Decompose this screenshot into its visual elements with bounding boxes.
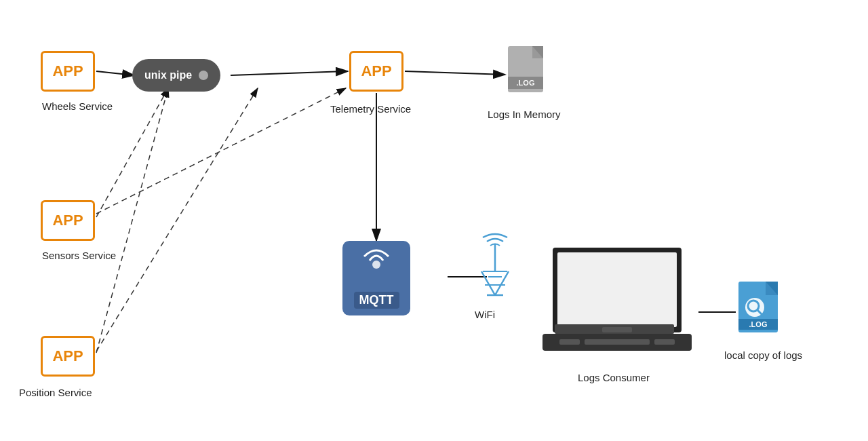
svg-text:.LOG: .LOG	[517, 79, 535, 87]
mqtt-box: MQTT	[342, 241, 410, 315]
svg-line-18	[481, 271, 495, 295]
sensors-service-label: Sensors Service	[42, 250, 116, 261]
svg-line-9	[96, 88, 258, 351]
svg-line-2	[96, 71, 134, 75]
app-wheels: APP	[41, 51, 95, 92]
svg-rect-31	[654, 339, 675, 345]
svg-line-4	[405, 71, 505, 75]
svg-line-3	[231, 71, 348, 75]
svg-line-19	[495, 271, 509, 295]
app-position: APP	[41, 336, 95, 377]
svg-rect-32	[602, 327, 632, 332]
logs-in-memory-label: Logs In Memory	[488, 109, 561, 120]
unix-pipe-label: unix pipe	[144, 69, 192, 81]
laptop	[542, 244, 698, 359]
app-sensors-label: APP	[52, 212, 83, 229]
wheels-service-label: Wheels Service	[42, 100, 113, 112]
app-sensors: APP	[41, 200, 95, 241]
local-copy-label: local copy of logs	[724, 349, 802, 361]
svg-line-8	[96, 88, 346, 214]
app-wheels-label: APP	[52, 62, 83, 80]
app-position-label: APP	[52, 347, 83, 365]
unix-pipe: unix pipe	[132, 59, 220, 92]
logs-consumer-label: Logs Consumer	[578, 372, 650, 383]
mqtt-label: MQTT	[354, 292, 399, 309]
svg-line-7	[96, 88, 168, 353]
telemetry-service-label: Telemetry Service	[330, 103, 411, 115]
svg-rect-26	[557, 252, 677, 327]
svg-text:.LOG: .LOG	[749, 320, 768, 328]
log-icon-memory: .LOG	[505, 46, 553, 102]
svg-rect-29	[559, 339, 580, 345]
app-telemetry-label: APP	[361, 62, 391, 80]
arrows-svg	[0, 0, 868, 441]
app-telemetry: APP	[349, 51, 403, 92]
log-icon-local: .LOG	[736, 282, 783, 337]
svg-point-17	[372, 261, 380, 269]
svg-rect-30	[585, 339, 650, 345]
diagram-container: APP Wheels Service unix pipe APP Telemet…	[0, 0, 868, 441]
wifi-label: WiFi	[475, 309, 495, 320]
position-service-label: Position Service	[19, 387, 92, 398]
wifi-tower	[468, 231, 522, 301]
